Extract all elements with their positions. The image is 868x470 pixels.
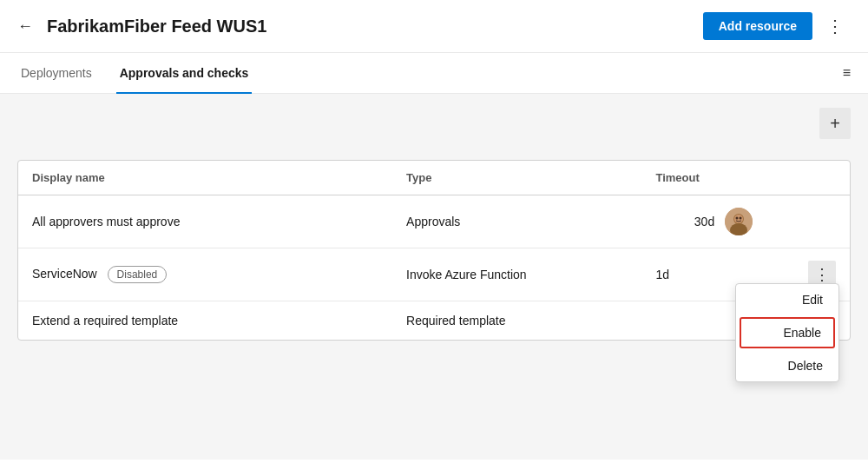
menu-item-delete[interactable]: Delete bbox=[736, 350, 838, 381]
menu-item-enable[interactable]: Enable bbox=[740, 317, 835, 348]
cell-type-3: Required template bbox=[392, 301, 641, 341]
tabs-bar: Deployments Approvals and checks ≡ bbox=[0, 53, 868, 94]
table-row: ServiceNow Disabled Invoke Azure Functio… bbox=[18, 248, 850, 301]
avatar-cell-1: 30d bbox=[655, 208, 753, 235]
col-header-timeout: Timeout bbox=[641, 161, 766, 195]
cell-type-1: Approvals bbox=[392, 195, 641, 248]
table-header-row: Display name Type Timeout bbox=[18, 161, 850, 195]
table-row: Extend a required template Required temp… bbox=[18, 301, 850, 341]
cell-timeout-1: 30d bbox=[641, 195, 766, 248]
back-button[interactable]: ← bbox=[14, 14, 36, 39]
col-header-display-name: Display name bbox=[18, 161, 392, 195]
header-more-options-button[interactable]: ⋮ bbox=[819, 12, 851, 40]
col-header-type: Type bbox=[392, 161, 641, 195]
page-title: FabrikamFiber Feed WUS1 bbox=[47, 17, 266, 36]
svg-point-4 bbox=[736, 217, 739, 220]
tabs-left: Deployments Approvals and checks bbox=[17, 53, 273, 93]
avatar bbox=[725, 208, 753, 235]
add-resource-button[interactable]: Add resource bbox=[703, 12, 812, 40]
menu-item-edit[interactable]: Edit bbox=[736, 284, 838, 315]
header-left: ← FabrikamFiber Feed WUS1 bbox=[14, 14, 266, 39]
svg-point-5 bbox=[740, 217, 742, 220]
cell-display-name-2: ServiceNow Disabled bbox=[18, 248, 392, 301]
cell-display-name-1: All approvers must approve bbox=[18, 195, 392, 248]
add-check-button[interactable]: + bbox=[819, 108, 851, 139]
cell-action-1 bbox=[766, 195, 850, 248]
header-right: Add resource ⋮ bbox=[703, 12, 851, 40]
context-menu: Edit Enable Delete bbox=[735, 283, 839, 382]
disabled-badge: Disabled bbox=[108, 266, 168, 283]
checks-table-container: Display name Type Timeout All approvers … bbox=[17, 160, 851, 341]
tab-approvals-and-checks[interactable]: Approvals and checks bbox=[116, 54, 253, 94]
checks-table: Display name Type Timeout All approvers … bbox=[18, 161, 850, 340]
content-area: + Display name Type Timeout All approver… bbox=[0, 94, 868, 460]
filter-icon[interactable]: ≡ bbox=[843, 65, 851, 81]
table-row: All approvers must approve Approvals 30d bbox=[18, 195, 850, 248]
cell-action-2: ⋮ Edit Enable Delete bbox=[766, 248, 850, 301]
cell-type-2: Invoke Azure Function bbox=[392, 248, 641, 301]
col-header-action bbox=[766, 161, 850, 195]
header: ← FabrikamFiber Feed WUS1 Add resource ⋮ bbox=[0, 0, 868, 53]
tab-deployments[interactable]: Deployments bbox=[17, 54, 95, 94]
cell-display-name-3: Extend a required template bbox=[18, 301, 392, 341]
main-container: ← FabrikamFiber Feed WUS1 Add resource ⋮… bbox=[0, 0, 868, 470]
